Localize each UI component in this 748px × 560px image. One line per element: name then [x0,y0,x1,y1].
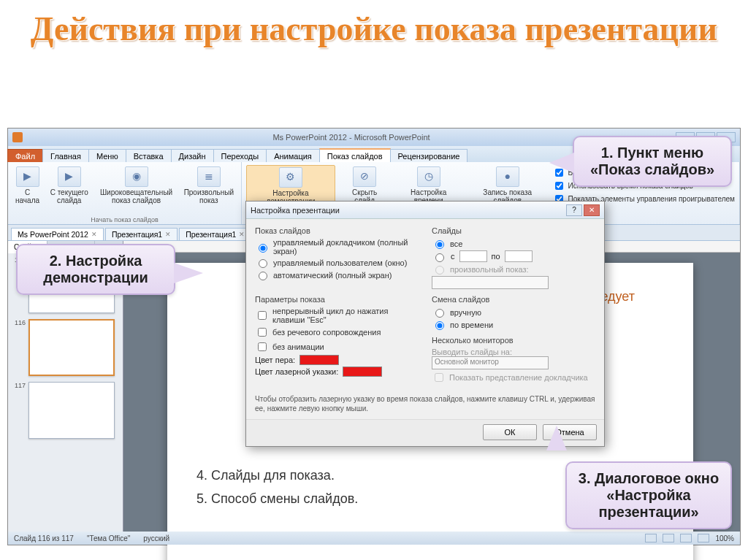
from-input[interactable] [459,250,487,262]
view-show-icon[interactable] [698,534,709,542]
opt-user[interactable]: управляемый пользователем (окно) [255,257,419,268]
btn-label: С текущего слайда [50,188,88,204]
group-slides: Слайды все спо произвольный показ: [432,226,595,289]
tab-transitions[interactable]: Переходы [213,149,267,162]
opt-kiosk[interactable]: автоматический (полный экран) [255,269,419,280]
laser-label: Цвет лазерной указки: [255,367,338,376]
group-params: Параметры показа непрерывный цикл до наж… [255,295,419,386]
status-slide: Слайд 116 из 117 [14,534,74,542]
tab-slideshow[interactable]: Показ слайдов [319,148,391,162]
clock-icon: ◷ [417,166,440,187]
to-input[interactable] [505,250,533,262]
chk-no-animation[interactable]: без анимации [255,340,419,353]
dialog-titlebar: Настройка презентации ? ✕ [246,202,604,219]
opt-custom: произвольный показ: [432,264,595,275]
slide-thumb [28,382,115,439]
btn-broadcast[interactable]: ◉Широковещательный показ слайдов [96,165,176,223]
btn-from-beginning[interactable]: ▶С начала [12,165,42,223]
list-icon: ≣ [197,166,221,187]
close-icon[interactable]: ✕ [239,231,245,238]
setup-icon: ⚙ [279,167,302,188]
group-header: Параметры показа [255,295,419,304]
page-title: Действия при настройке показа презентаци… [0,0,748,55]
status-theme: "Тема Office" [87,534,130,542]
pen-color[interactable] [299,355,339,365]
chk-presenter-view: Показать представление докладчика [432,371,595,384]
callout-pointer [546,426,567,450]
setup-dialog: Настройка презентации ? ✕ Показ слайдов … [245,201,605,447]
thumb[interactable]: 116 [11,319,120,376]
opt-all[interactable]: все [432,238,595,249]
help-button[interactable]: ? [566,204,582,216]
btn-label: Широковещательный показ слайдов [99,188,173,204]
pen-label: Цвет пера: [255,356,295,364]
status-lang: русский [143,534,169,542]
callout-2: 2. Настройка демонстрации [16,244,175,295]
tab-design[interactable]: Дизайн [171,149,214,162]
tab-home[interactable]: Главная [42,149,89,162]
laser-color[interactable] [343,367,382,377]
group-label: Начать показ слайдов [8,216,241,223]
tab-file[interactable]: Файл [7,149,43,162]
doctab[interactable]: Презентация1✕ [105,228,178,240]
close-button[interactable]: ✕ [584,204,600,216]
dialog-note: Чтобы отобразить лазерную указку во врем… [255,391,595,415]
close-icon[interactable]: ✕ [91,231,97,238]
chk-no-narration[interactable]: без речевого сопровождения [255,326,419,339]
status-bar: Слайд 116 из 117 "Тема Office" русский 1… [8,532,740,545]
group-show-type: Показ слайдов управляемый докладчиком (п… [255,226,419,289]
btn-label: Произвольный показ [184,188,234,204]
doctab[interactable]: Презентация1✕ [179,228,251,240]
tab-animations[interactable]: Анимация [266,149,320,162]
opt-speaker[interactable]: управляемый докладчиком (полный экран) [255,238,419,256]
broadcast-icon: ◉ [125,166,148,187]
slide-number: 117 [11,382,26,439]
chk-loop[interactable]: непрерывный цикл до нажатия клавиши "Esc… [255,307,419,324]
custom-select [432,276,549,289]
app-icon [12,132,23,142]
callout-pointer [549,153,574,173]
callout-pointer [174,263,203,283]
callout-1: 1. Пункт меню «Показ слайдов» [573,136,732,187]
dialog-title: Настройка презентации [251,206,340,215]
ok-button[interactable]: ОК [483,424,537,440]
opt-timing[interactable]: по времени [432,319,595,330]
btn-label: С начала [15,188,39,204]
group-header: Несколько мониторов [432,336,595,345]
monitor-label: Выводить слайды на: [432,348,595,356]
group-right-lower: Смена слайдов вручную по времени Несколь… [432,295,595,386]
btn-custom-show[interactable]: ≣Произвольный показ [181,165,237,223]
group-header: Слайды [432,226,595,235]
opt-range[interactable]: спо [432,250,595,262]
play-icon: ▶ [58,166,81,187]
thumb[interactable]: 117 [11,382,120,439]
slide-number: 116 [11,319,26,376]
slide-thumb [28,319,115,376]
record-icon: ● [496,166,519,187]
view-reading-icon[interactable] [680,534,692,542]
callout-3: 3. Диалоговое окно «Настройка презентаци… [565,461,732,529]
btn-from-current[interactable]: ▶С текущего слайда [47,165,91,223]
close-icon[interactable]: ✕ [165,231,171,238]
tab-menu[interactable]: Меню [88,149,126,162]
tab-insert[interactable]: Вставка [126,149,172,162]
opt-manual[interactable]: вручную [432,307,595,318]
monitor-select[interactable]: Основной монитор [432,356,549,369]
doctab[interactable]: Ms PowerPoint 2012✕ [11,228,104,240]
zoom-level: 100% [715,534,734,542]
play-icon: ▶ [16,166,39,187]
view-normal-icon[interactable] [645,534,657,542]
thumbnails: 115 116 117 [8,253,123,532]
hide-icon: ⊘ [353,166,376,187]
tab-review[interactable]: Рецензирование [390,149,468,162]
group-header: Смена слайдов [432,295,595,304]
view-sorter-icon[interactable] [663,534,674,542]
group-header: Показ слайдов [255,226,419,235]
